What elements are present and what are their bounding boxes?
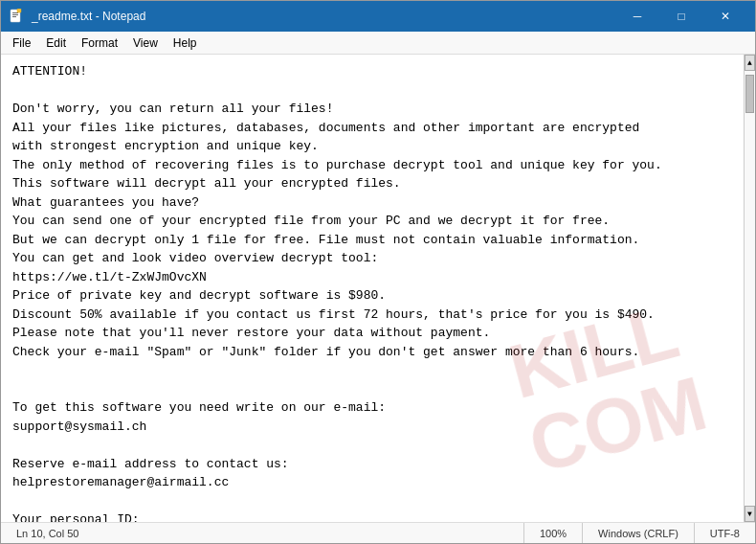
menu-help[interactable]: Help	[166, 34, 205, 52]
minimize-button[interactable]: ─	[615, 1, 659, 32]
status-position-section: Ln 10, Col 50	[1, 523, 524, 543]
title-bar: _readme.txt - Notepad ─ □ ✕	[1, 1, 755, 32]
zoom-level: 100%	[540, 528, 567, 539]
scroll-track[interactable]	[745, 71, 755, 506]
encoding: UTF-8	[710, 528, 740, 539]
menu-bar: File Edit Format View Help	[1, 32, 755, 55]
text-editor[interactable]: ATTENTION! Don't worry, you can return a…	[1, 55, 744, 522]
status-encoding-section: UTF-8	[695, 523, 755, 543]
menu-format[interactable]: Format	[74, 34, 125, 52]
status-zoom-section: 100%	[524, 523, 583, 543]
menu-edit[interactable]: Edit	[38, 34, 74, 52]
content-area: ATTENTION! Don't worry, you can return a…	[1, 55, 755, 522]
window-title: _readme.txt - Notepad	[32, 10, 615, 23]
scroll-up-button[interactable]: ▲	[745, 55, 755, 71]
svg-rect-2	[12, 14, 18, 15]
menu-view[interactable]: View	[125, 34, 166, 52]
window-controls: ─ □ ✕	[615, 1, 747, 32]
cursor-position: Ln 10, Col 50	[16, 528, 78, 539]
scroll-down-button[interactable]: ▼	[745, 506, 755, 522]
status-lineending-section: Windows (CRLF)	[583, 523, 695, 543]
maximize-button[interactable]: □	[659, 1, 703, 32]
status-bar: Ln 10, Col 50 100% Windows (CRLF) UTF-8	[1, 522, 755, 543]
svg-rect-3	[12, 16, 16, 17]
notepad-window: _readme.txt - Notepad ─ □ ✕ File Edit Fo…	[0, 0, 756, 544]
close-button[interactable]: ✕	[703, 1, 747, 32]
svg-rect-4	[17, 9, 21, 12]
line-ending: Windows (CRLF)	[598, 528, 678, 539]
scroll-thumb[interactable]	[745, 75, 754, 113]
notepad-icon	[9, 9, 24, 24]
menu-file[interactable]: File	[5, 34, 38, 52]
vertical-scrollbar[interactable]: ▲ ▼	[744, 55, 755, 522]
